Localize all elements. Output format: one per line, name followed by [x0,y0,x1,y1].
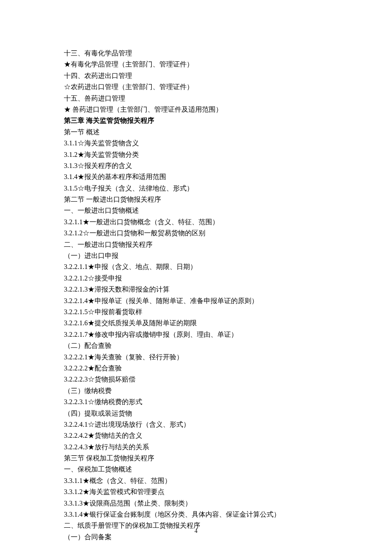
outline-line: 3.2.2.4.2★货物结关的含义 [64,430,328,441]
outline-line: 第二节 一般进出口货物报关程序 [64,194,328,205]
outline-line: 3.3.1.4★银行保证金台账制度（地区分类、具体内容、保证金计算公式） [64,509,328,520]
outline-line: 3.2.2.1.1★申报（含义、地点、期限、日期） [64,261,328,272]
outline-line: 十三、有毒化学品管理 [64,48,328,59]
outline-line: ★有毒化学品管理（主管部门、管理证件） [64,59,328,70]
outline-line: 3.2.2.1.3★滞报天数和滞报金的计算 [64,284,328,295]
outline-line: 第三节 保税加工货物报关程序 [64,453,328,464]
outline-line: 十五、兽药进口管理 [64,93,328,104]
outline-line: 3.1.4★报关的基本程序和适用范围 [64,171,328,182]
outline-line: （三）缴纳税费 [64,385,328,396]
document-page: 十三、有毒化学品管理★有毒化学品管理（主管部门、管理证件）十四、农药进出口管理☆… [0,0,392,555]
outline-line: ★ 兽药进口管理（主管部门、管理证件及适用范围） [64,104,328,115]
outline-line: 一、保税加工货物概述 [64,464,328,475]
outline-line: 3.2.2.2.3☆货物损坏赔偿 [64,374,328,385]
outline-line: 3.2.2.2.1★海关查验（复验、径行开验） [64,352,328,363]
outline-line: 十四、农药进出口管理 [64,70,328,81]
outline-line: 3.1.3☆报关程序的含义 [64,160,328,171]
outline-line: 3.2.1.2☆一般进出口货物和一般贸易货物的区别 [64,228,328,239]
outline-line: 3.3.1.1★概念（含义、特征、范围） [64,475,328,486]
outline-line: 3.2.2.2.2★配合查验 [64,363,328,374]
outline-line: （二）配合查验 [64,340,328,351]
outline-line: 3.3.1.3★设限商品范围（禁止类、限制类） [64,498,328,509]
outline-line: 3.3.1.2★海关监管模式和管理要点 [64,486,328,497]
outline-line: 3.1.1☆海关监管货物含义 [64,138,328,149]
outline-line: 3.2.2.1.6★提交纸质报关单及随附单证的期限 [64,318,328,329]
outline-line: （一）进出口申报 [64,250,328,261]
outline-line: 3.2.2.3.1☆缴纳税费的形式 [64,396,328,408]
outline-line: 3.2.2.1.7★修改申报内容或撤销申报（原则、理由、单证） [64,329,328,340]
outline-line: 3.2.2.4.3★放行与结关的关系 [64,442,328,453]
outline-line: 3.2.2.4.1☆进出境现场放行（含义、形式） [64,419,328,430]
outline-line: ☆农药进出口管理（主管部门、管理证件） [64,81,328,92]
outline-line: 二、一般进出口货物报关程序 [64,239,328,250]
outline-line: 第三章 海关监管货物报关程序 [64,115,328,126]
outline-line: 3.2.2.1.2☆接受申报 [64,273,328,284]
outline-line: 3.2.1.1★一般进出口货物概念（含义、特征、范围） [64,217,328,228]
outline-line: 3.2.2.1.5☆申报前看货取样 [64,306,328,318]
outline-line: 3.1.5☆电子报关（含义、法律地位、形式） [64,183,328,194]
outline-line: 3.1.2★海关监管货物分类 [64,149,328,160]
content-body: 十三、有毒化学品管理★有毒化学品管理（主管部门、管理证件）十四、农药进出口管理☆… [64,48,328,543]
outline-line: 第一节 概述 [64,127,328,138]
page-number: 4 [0,526,392,536]
outline-line: 3.2.2.1.4★申报单证（报关单、随附单证、准备申报单证的原则） [64,295,328,306]
outline-line: 一、一般进出口货物概述 [64,205,328,216]
outline-line: （四）提取或装运货物 [64,408,328,419]
